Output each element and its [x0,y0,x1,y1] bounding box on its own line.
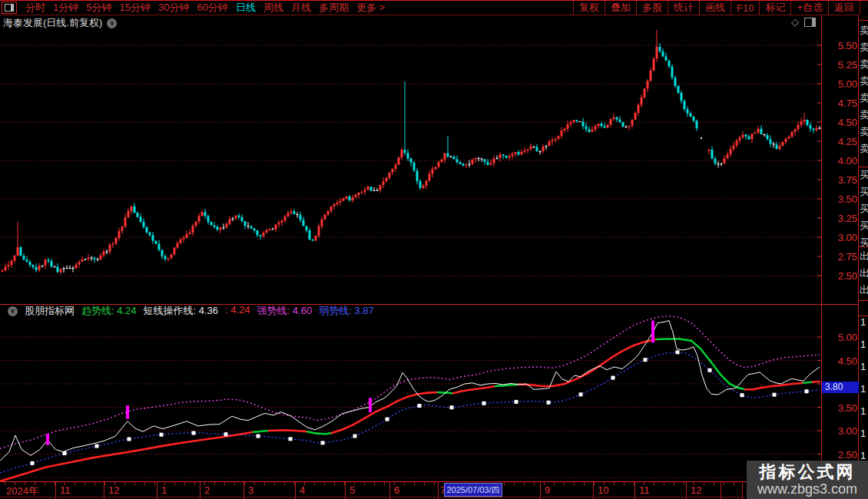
sidebar-text-fragment: 卖 [860,58,868,71]
sidebar-text-fragment: 卖 [860,108,868,122]
axis-tick [714,482,714,485]
axis-tick [334,482,335,485]
price-label: 4.00 [823,155,857,167]
axis-tick [584,482,585,485]
period-tab-周线[interactable]: 周线 [263,2,283,13]
axis-tick [664,482,664,485]
diamond-icon[interactable]: ◇ [791,16,799,28]
axis-tick [674,482,674,485]
axis-tick [524,482,525,485]
axis-tick [75,482,75,485]
right-sidebar-clipped: 卖卖卖卖卖卖卖卖买买买买买出出出1111111 [859,15,868,499]
window-icon[interactable] [2,2,17,14]
axis-month-label: 11 [639,484,650,496]
action-button-画线[interactable]: 画线 [699,1,731,15]
period-toolbar: 分时1分钟5分钟15分钟30分钟60分钟日线周线月线多周期更多 > [0,1,389,15]
price-label: 5.00 [823,332,857,343]
sidebar-number: 1 [860,405,866,417]
axis-tick [264,482,265,485]
axis-tick [704,482,704,485]
price-label: 3.25 [823,213,857,224]
period-tab-30分钟[interactable]: 30分钟 [158,2,189,13]
axis-tick [124,482,125,485]
chevron-down-icon[interactable]: ∨ [8,306,18,316]
candlestick-chart[interactable] [0,30,821,276]
axis-tick [194,482,195,485]
action-button-F10[interactable]: F10 [731,1,759,15]
action-button-复权[interactable]: 复权 [573,1,605,15]
axis-month-label: 5 [350,484,355,496]
axis-tick [5,482,5,485]
price-label: 3.75 [823,174,857,186]
axis-month-label: 9 [545,484,550,496]
period-tab-日线[interactable]: 日线 [236,2,256,13]
sidebar-text-fragment: 出 [860,250,868,263]
axis-tick [154,482,155,485]
action-button-多股[interactable]: 多股 [636,1,668,15]
sidebar-number: 1 [860,383,866,395]
page-title: 海泰发展(日线.前复权) [3,16,102,30]
price-label: 4.50 [823,117,857,128]
action-toolbar: 复权叠加多股统计画线F10标记+自选返回 [573,1,860,15]
price-label: 2.50 [823,270,857,282]
layout-pane-icon[interactable] [804,18,816,27]
axis-tick [174,482,175,485]
action-button-add自选[interactable]: +自选 [790,1,828,15]
axis-tick [104,482,105,485]
tdx-window: 分时1分钟5分钟15分钟30分钟60分钟日线周线月线多周期更多 > 复权叠加多股… [0,0,868,499]
sidebar-number: 1 [860,316,866,328]
action-button-标记[interactable]: 标记 [759,1,790,15]
sidebar-divider [859,300,868,301]
sidebar-text-fragment: 出 [860,283,868,297]
price-label: 2.75 [823,251,857,263]
action-button-统计[interactable]: 统计 [668,1,699,15]
axis-tick [144,482,145,485]
sidebar-divider [859,167,868,167]
period-tab-1分钟[interactable]: 1分钟 [53,2,78,13]
action-button-返回[interactable]: 返回 [828,1,860,15]
sidebar-text-fragment: 卖 [860,142,868,156]
sidebar-text-fragment: 买 [860,219,868,233]
period-tab-15分钟[interactable]: 15分钟 [119,2,150,13]
period-tab-60分钟[interactable]: 60分钟 [197,2,227,13]
axis-month-label: 1 [161,484,167,496]
axis-tick [594,482,595,485]
axis-tick [234,482,235,485]
axis-tick [314,482,315,485]
sidebar-text-fragment: 买 [860,185,868,199]
chevron-down-icon[interactable]: ∨ [107,18,117,28]
axis-tick [324,482,325,485]
axis-tick [404,482,405,485]
axis-month-label: 10 [598,484,608,496]
sidebar-text-fragment: 买 [860,168,868,182]
sidebar-number: 1 [860,339,866,350]
indicator-value-0: 趋势线: 4.24 [81,304,137,318]
axis-tick [614,482,615,485]
axis-tick [94,482,95,485]
price-label: 3.00 [823,425,857,437]
sidebar-text-fragment: 买 [860,202,868,216]
action-button-叠加[interactable]: 叠加 [605,1,636,15]
axis-month-label: 2 [204,484,210,496]
period-tab-月线[interactable]: 月线 [291,2,311,13]
sidebar-text-fragment: 买 [860,236,868,250]
axis-tick [214,482,215,485]
watermark-site-name: 指标公式网 [760,463,856,481]
price-label: 4.50 [823,355,857,367]
axis-month-label: 12 [108,484,119,496]
price-label: 5.50 [823,40,857,51]
axis-tick [574,482,575,485]
sidebar-divider [859,246,868,247]
chart-canvas[interactable] [0,0,868,499]
period-tab-5分钟[interactable]: 5分钟 [86,2,111,13]
sidebar-number: 1 [860,428,866,439]
sidebar-text-fragment: 出 [860,266,868,280]
axis-tick [284,482,285,485]
indicator-source: 股朋指标网 [25,304,75,318]
period-tab-多周期[interactable]: 多周期 [319,2,349,13]
period-tab-分时[interactable]: 分时 [25,2,45,13]
period-tab-更多>[interactable]: 更多 > [356,2,385,13]
indicator-chart[interactable] [0,316,821,481]
current-value-tag: 3.80 [822,382,863,393]
sidebar-text-fragment: 卖 [860,24,868,38]
